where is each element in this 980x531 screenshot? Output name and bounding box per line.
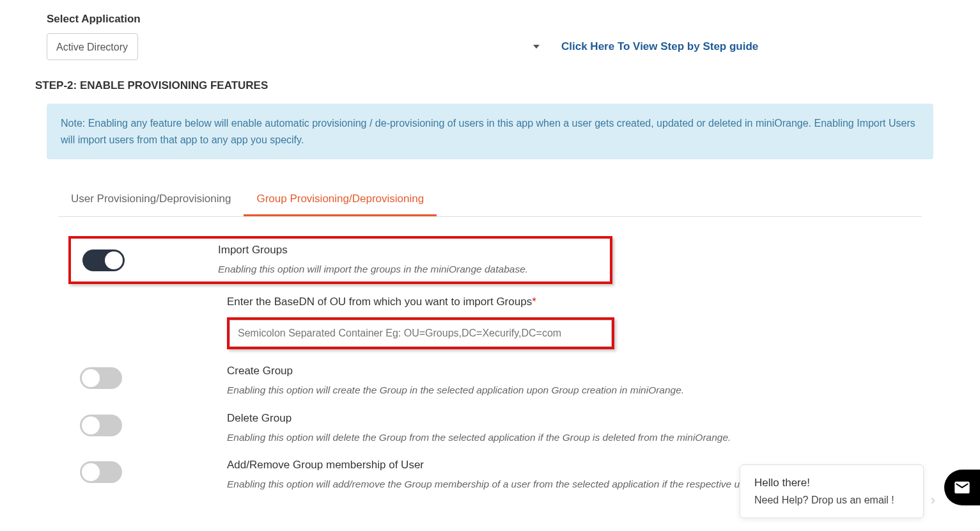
add-remove-toggle[interactable] [80,461,122,483]
step-heading: STEP-2: ENABLE PROVISIONING FEATURES [35,79,945,92]
chat-popup: Hello there! Need Help? Drop us an email… [740,464,924,518]
chat-help-text: Need Help? Drop us an email ! [754,495,909,506]
select-application-label: Select Application [47,13,945,26]
tabs: User Provisioning/Deprovisioning Group P… [58,185,922,217]
toggle-col [80,365,227,392]
create-group-desc: Enabling this option will create the Gro… [227,383,919,397]
delete-group-toggle[interactable] [80,415,122,436]
import-groups-toggle[interactable] [82,250,125,271]
import-groups-highlight: Import Groups Enabling this option will … [68,236,612,284]
create-group-title: Create Group [227,365,919,377]
chat-bubble-button[interactable] [944,470,980,505]
delete-group-row: Delete Group Enabling this option will d… [80,412,945,445]
application-select[interactable]: Active Directory [47,33,138,60]
basedn-input[interactable] [229,320,612,347]
content-col: Create Group Enabling this option will c… [227,365,919,397]
tab-group-provisioning[interactable]: Group Provisioning/Deprovisioning [244,185,437,216]
delete-group-title: Delete Group [227,412,919,425]
chevron-right-icon: › [931,492,935,509]
basedn-label-text: Enter the BaseDN of OU from which you wa… [227,296,532,308]
chat-greeting: Hello there! [754,477,909,489]
create-group-row: Create Group Enabling this option will c… [80,365,945,397]
mail-icon [953,479,971,496]
import-groups-title: Import Groups [218,244,603,257]
basedn-input-highlight [227,317,614,349]
delete-group-desc: Enabling this option will delete the Gro… [227,430,919,445]
select-wrap: Active Directory [47,33,548,60]
required-star: * [532,296,536,308]
toggle-col [80,459,227,486]
basedn-label: Enter the BaseDN of OU from which you wa… [227,296,945,308]
import-groups-desc: Enabling this option will import the gro… [218,262,603,276]
step-by-step-guide-link[interactable]: Click Here To View Step by Step guide [561,40,758,53]
create-group-toggle[interactable] [80,367,122,389]
content-col: Import Groups Enabling this option will … [218,244,603,276]
toggle-col [82,247,218,274]
tab-user-provisioning[interactable]: User Provisioning/Deprovisioning [58,185,244,216]
note-box: Note: Enabling any feature below will en… [47,104,933,159]
content-col: Delete Group Enabling this option will d… [227,412,919,445]
select-row: Active Directory Click Here To View Step… [47,33,945,60]
toggle-col [80,412,227,439]
